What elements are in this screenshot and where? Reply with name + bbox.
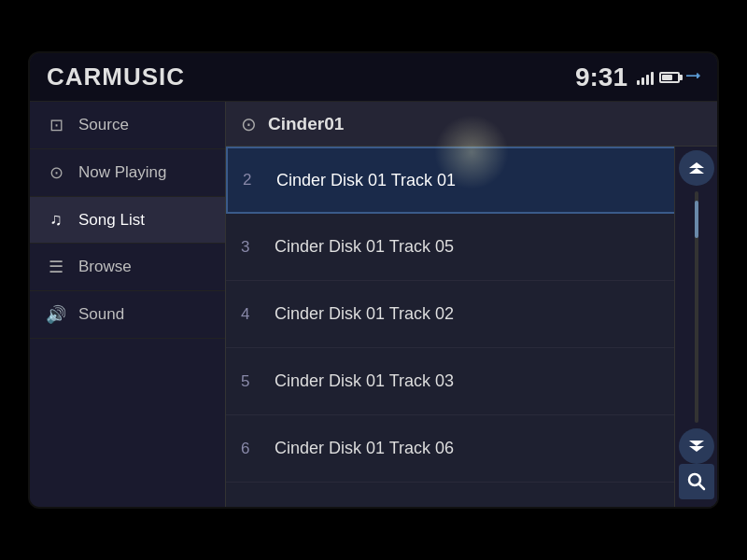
search-button[interactable]	[679, 464, 714, 499]
folder-header: ⊙ Cinder01	[226, 102, 717, 147]
track-title: Cinder Disk 01 Track 05	[275, 237, 454, 257]
scroll-thumb	[695, 201, 698, 238]
track-title: Cinder Disk 01 Track 01	[276, 171, 456, 190]
track-number: 5	[241, 372, 263, 391]
track-item[interactable]: 2 Cinder Disk 01 Track 01	[226, 147, 717, 214]
sidebar-label-song-list: Song List	[78, 211, 145, 230]
search-icon	[687, 472, 706, 491]
content-area: ⊙ Cinder01 2 Cinder Disk 01 Track 01 3 C…	[226, 102, 717, 507]
header: CARMUSIC 9:31 ⭢	[30, 53, 717, 102]
sidebar-item-song-list[interactable]: ♫ Song List	[30, 197, 225, 244]
header-right: 9:31 ⭢	[575, 63, 700, 92]
status-icons: ⭢	[637, 69, 700, 86]
track-item[interactable]: 6 Cinder Disk 01 Track 06	[226, 415, 717, 483]
sidebar-item-source[interactable]: ⊡ Source	[30, 102, 225, 149]
browse-icon: ☰	[45, 257, 67, 277]
svg-marker-1	[689, 168, 704, 174]
folder-icon: ⊙	[241, 113, 257, 135]
svg-marker-3	[689, 441, 704, 446]
sidebar-label-source: Source	[78, 116, 129, 134]
track-number: 4	[241, 305, 263, 324]
svg-line-5	[699, 484, 704, 489]
chevron-up-double-icon	[688, 161, 705, 175]
now-playing-icon: ⊙	[45, 162, 67, 183]
sidebar-label-now-playing: Now Playing	[78, 163, 167, 182]
scroll-track	[695, 191, 698, 423]
sound-icon: 🔊	[45, 304, 67, 325]
source-icon: ⊡	[45, 115, 67, 135]
main-screen: CARMUSIC 9:31 ⭢	[28, 51, 719, 509]
sidebar-item-now-playing[interactable]: ⊙ Now Playing	[30, 149, 225, 197]
track-item[interactable]: 3 Cinder Disk 01 Track 05	[226, 214, 717, 281]
track-title: Cinder Disk 01 Track 02	[275, 304, 454, 324]
scroll-down-button[interactable]	[679, 428, 714, 464]
track-number: 3	[241, 238, 263, 257]
sidebar-item-browse[interactable]: ☰ Browse	[30, 244, 225, 291]
svg-marker-2	[689, 446, 704, 452]
track-list: 2 Cinder Disk 01 Track 01 3 Cinder Disk …	[226, 147, 717, 507]
track-title: Cinder Disk 01 Track 03	[275, 371, 454, 391]
track-item[interactable]: 4 Cinder Disk 01 Track 02	[226, 281, 717, 348]
sidebar-item-sound[interactable]: 🔊 Sound	[30, 291, 225, 339]
svg-marker-0	[689, 162, 704, 168]
sidebar-label-sound: Sound	[78, 305, 124, 324]
bluetooth-icon: ⭢	[685, 69, 700, 86]
battery-icon	[659, 72, 680, 83]
scroll-up-button[interactable]	[679, 150, 714, 186]
track-item[interactable]: 5 Cinder Disk 01 Track 03	[226, 348, 717, 415]
clock: 9:31	[575, 63, 627, 92]
track-title: Cinder Disk 01 Track 06	[275, 439, 454, 458]
signal-icon	[637, 70, 654, 85]
song-list-icon: ♫	[45, 210, 67, 230]
sidebar-label-browse: Browse	[78, 258, 132, 276]
track-number: 2	[243, 171, 265, 189]
sidebar: ⊡ Source ⊙ Now Playing ♫ Song List ☰ Bro…	[30, 102, 226, 507]
app-title: CARMUSIC	[47, 63, 185, 91]
folder-name: Cinder01	[268, 114, 344, 134]
chevron-down-double-icon	[688, 440, 705, 453]
scroll-controls	[674, 147, 717, 507]
track-number: 6	[241, 440, 263, 458]
main-content: ⊡ Source ⊙ Now Playing ♫ Song List ☰ Bro…	[30, 102, 717, 507]
